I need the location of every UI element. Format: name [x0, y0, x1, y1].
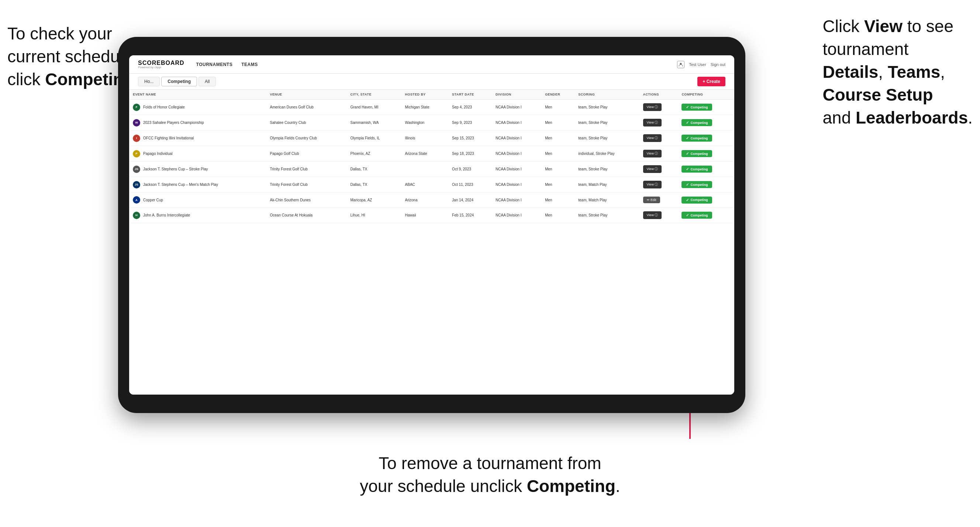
competing-button[interactable]: ✓ Competing [681, 181, 712, 188]
event-name-cell: H John A. Burns Intercollegiate [129, 208, 266, 223]
nav-right: Test User Sign out [677, 61, 725, 68]
division-cell: NCAA Division I [492, 162, 541, 177]
event-name: Jackson T. Stephens Cup – Men's Match Pl… [143, 183, 218, 187]
competing-button[interactable]: ✓ Competing [681, 212, 712, 219]
col-hosted-by: HOSTED BY [401, 90, 449, 100]
actions-cell: View ⓘ [640, 177, 678, 192]
col-competing: COMPETING [678, 90, 734, 100]
city-state-cell: Lihue, HI [347, 208, 401, 223]
competing-button[interactable]: ✓ Competing [681, 119, 712, 126]
table-row: JS Jackson T. Stephens Cup – Stroke Play… [129, 162, 734, 177]
scoring-cell: team, Stroke Play [574, 130, 639, 146]
team-logo: I [133, 135, 140, 142]
actions-cell: View ⓘ [640, 100, 678, 115]
view-button[interactable]: View ⓘ [643, 119, 662, 127]
actions-cell: View ⓘ [640, 130, 678, 146]
nav-teams[interactable]: TEAMS [241, 60, 258, 68]
venue-cell: Papago Golf Club [266, 146, 347, 162]
table-row: P Papago Individual Papago Golf ClubPhoe… [129, 146, 734, 162]
competing-button[interactable]: ✓ Competing [681, 135, 712, 141]
event-name: Jackson T. Stephens Cup – Stroke Play [143, 167, 208, 171]
view-button[interactable]: View ⓘ [643, 103, 662, 111]
competing-cell: ✓ Competing [678, 146, 734, 162]
event-name: Folds of Honor Collegiate [143, 105, 185, 109]
create-button[interactable]: + Create [697, 77, 725, 86]
division-cell: NCAA Division I [492, 177, 541, 192]
competing-button[interactable]: ✓ Competing [681, 165, 712, 173]
gender-cell: Men [541, 162, 574, 177]
division-cell: NCAA Division I [492, 115, 541, 130]
venue-cell: Olympia Fields Country Club [266, 130, 347, 146]
start-date-cell: Oct 9, 2023 [448, 162, 492, 177]
venue-cell: Sahalee Country Club [266, 115, 347, 130]
sign-out[interactable]: Sign out [711, 62, 725, 67]
division-cell: NCAA Division I [492, 130, 541, 146]
table-header-row: EVENT NAME VENUE CITY, STATE HOSTED BY S… [129, 90, 734, 100]
view-button[interactable]: View ⓘ [643, 211, 662, 219]
logo-subtitle: Powered by clippi [138, 66, 185, 69]
event-name-cell: W 2023 Sahalee Players Championship [129, 115, 266, 130]
view-button[interactable]: View ⓘ [643, 134, 662, 142]
nav-tournaments[interactable]: TOURNAMENTS [196, 60, 233, 68]
table-row: H John A. Burns Intercollegiate Ocean Co… [129, 208, 734, 223]
event-name-cell: I OFCC Fighting Illini Invitational [129, 130, 266, 146]
event-name: Papago Individual [143, 152, 173, 156]
competing-cell: ✓ Competing [678, 100, 734, 115]
filter-tab-all[interactable]: All [199, 77, 216, 86]
gender-cell: Men [541, 130, 574, 146]
start-date-cell: Feb 15, 2024 [448, 208, 492, 223]
start-date-cell: Oct 11, 2023 [448, 177, 492, 192]
event-name-cell: F Folds of Honor Collegiate [129, 100, 266, 115]
view-button[interactable]: View ⓘ [643, 165, 662, 173]
table-row: F Folds of Honor Collegiate American Dun… [129, 100, 734, 115]
competing-button[interactable]: ✓ Competing [681, 150, 712, 157]
scoring-cell: individual, Stroke Play [574, 146, 639, 162]
scoring-cell: team, Stroke Play [574, 208, 639, 223]
start-date-cell: Jan 14, 2024 [448, 192, 492, 208]
col-city-state: CITY, STATE [347, 90, 401, 100]
venue-cell: American Dunes Golf Club [266, 100, 347, 115]
scoring-cell: team, Match Play [574, 192, 639, 208]
competing-button[interactable]: ✓ Competing [681, 197, 712, 203]
competing-cell: ✓ Competing [678, 208, 734, 223]
hosted-by-cell: Hawaii [401, 208, 449, 223]
event-name-cell: A Copper Cup [129, 192, 266, 208]
team-logo: W [133, 119, 140, 127]
view-button[interactable]: View ⓘ [643, 150, 662, 157]
division-cell: NCAA Division I [492, 146, 541, 162]
col-event-name: EVENT NAME [129, 90, 266, 100]
team-logo: H [133, 212, 140, 219]
filter-tab-home[interactable]: Ho... [138, 77, 160, 86]
scoring-cell: team, Stroke Play [574, 115, 639, 130]
hosted-by-cell: Michigan State [401, 100, 449, 115]
filter-tabs: Ho... Competing All [138, 77, 216, 86]
hosted-by-cell: ABAC [401, 177, 449, 192]
filter-tab-competing[interactable]: Competing [161, 77, 197, 86]
scoring-cell: team, Stroke Play [574, 100, 639, 115]
annotation-bottom: To remove a tournament from your schedul… [360, 452, 620, 497]
table-row: A Copper Cup Ak-Chin Southern DunesMaric… [129, 192, 734, 208]
start-date-cell: Sep 15, 2023 [448, 130, 492, 146]
event-name-cell: JS Jackson T. Stephens Cup – Men's Match… [129, 177, 266, 192]
annotation-top-right: Click View to see tournament Details, Te… [822, 15, 973, 129]
nav-links: TOURNAMENTS TEAMS [196, 60, 666, 68]
view-button[interactable]: View ⓘ [643, 181, 662, 189]
edit-button[interactable]: ✏ Edit [643, 197, 660, 203]
hosted-by-cell: Arizona State [401, 146, 449, 162]
event-name-cell: JS Jackson T. Stephens Cup – Stroke Play [129, 162, 266, 177]
annotation-line1: To check your [7, 24, 112, 43]
event-name: John A. Burns Intercollegiate [143, 213, 190, 217]
table-row: JS Jackson T. Stephens Cup – Men's Match… [129, 177, 734, 192]
actions-cell: View ⓘ [640, 146, 678, 162]
gender-cell: Men [541, 115, 574, 130]
competing-button[interactable]: ✓ Competing [681, 104, 712, 111]
gender-cell: Men [541, 192, 574, 208]
hosted-by-cell: Illinois [401, 130, 449, 146]
competing-cell: ✓ Competing [678, 115, 734, 130]
competing-cell: ✓ Competing [678, 162, 734, 177]
tournaments-table-container: EVENT NAME VENUE CITY, STATE HOSTED BY S… [129, 90, 734, 395]
division-cell: NCAA Division I [492, 208, 541, 223]
col-scoring: SCORING [574, 90, 639, 100]
logo-title: SCOREBOARD [138, 60, 185, 66]
team-logo: F [133, 104, 140, 111]
